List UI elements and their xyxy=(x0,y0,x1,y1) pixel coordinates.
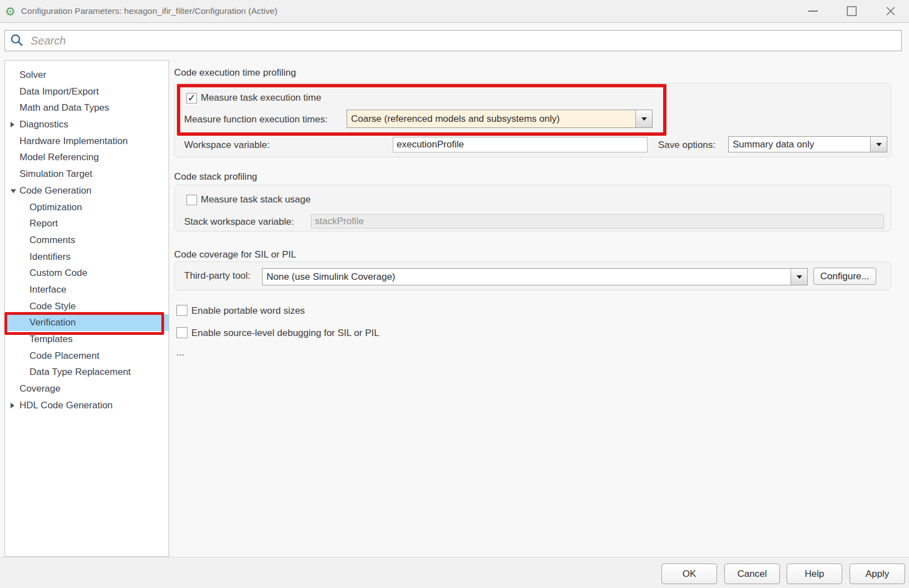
sidebar-item-code-style[interactable]: Code Style xyxy=(5,298,169,315)
section-title-code-execution-time-profiling: Code execution time profiling xyxy=(174,67,296,78)
sidebar-item-templates[interactable]: Templates xyxy=(5,331,169,348)
dropdown-arrow-icon[interactable] xyxy=(635,110,652,127)
sidebar-item-code-placement[interactable]: Code Placement xyxy=(5,348,169,364)
help-button[interactable]: Help xyxy=(787,564,842,584)
workspace-variable-input[interactable] xyxy=(393,137,648,152)
sidebar-item-identifiers[interactable]: Identifiers xyxy=(5,249,169,265)
sidebar-item-code-generation[interactable]: Code Generation xyxy=(5,182,169,199)
sidebar-item-simulation-target[interactable]: Simulation Target xyxy=(5,166,169,182)
sidebar-item-hardware-implementation[interactable]: Hardware Implementation xyxy=(5,133,169,150)
enable-source-level-debugging-checkbox[interactable] xyxy=(176,327,187,338)
dropdown-arrow-icon[interactable] xyxy=(870,137,887,152)
sidebar-item-verification[interactable]: Verification xyxy=(5,314,169,331)
third-party-tool-label: Third-party tool: xyxy=(184,270,250,281)
sidebar-item-custom-code[interactable]: Custom Code xyxy=(5,265,169,281)
sidebar-item-math-and-data-types[interactable]: Math and Data Types xyxy=(5,100,169,116)
close-icon xyxy=(886,6,896,16)
close-button[interactable] xyxy=(878,0,903,22)
measure-function-execution-times-dropdown[interactable]: Coarse (referenced models and subsystems… xyxy=(347,110,653,128)
enable-portable-word-sizes-label: Enable portable word sizes xyxy=(191,305,305,317)
sidebar-item-interface[interactable]: Interface xyxy=(5,281,169,298)
title-bar: ⚙ Configuration Parameters: hexagon_ifir… xyxy=(0,0,909,23)
search-input[interactable] xyxy=(29,32,901,50)
maximize-button[interactable] xyxy=(839,0,864,22)
configure-button[interactable]: Configure... xyxy=(813,268,876,285)
measure-task-stack-usage-label: Measure task stack usage xyxy=(201,194,310,205)
search-box[interactable] xyxy=(4,30,902,51)
third-party-tool-dropdown[interactable]: None (use Simulink Coverage) xyxy=(262,268,808,285)
sidebar-item-coverage[interactable]: Coverage xyxy=(5,381,169,397)
measure-function-execution-times-value: Coarse (referenced models and subsystems… xyxy=(347,110,635,127)
footer-bar: OK Cancel Help Apply xyxy=(0,557,909,588)
measure-task-stack-usage-checkbox[interactable] xyxy=(186,195,197,205)
simulink-gear-icon: ⚙ xyxy=(5,6,16,17)
save-options-label: Save options: xyxy=(658,140,715,151)
sidebar-item-data-import-export[interactable]: Data Import/Export xyxy=(5,83,169,100)
group-code-coverage: Third-party tool: None (use Simulink Cov… xyxy=(174,261,891,290)
save-options-dropdown[interactable]: Summary data only xyxy=(728,136,887,152)
sidebar-item-data-type-replacement[interactable]: Data Type Replacement xyxy=(5,364,169,381)
sidebar-item-hdl-code-generation[interactable]: HDL Code Generation xyxy=(5,397,169,414)
main-panel: Code execution time profiling Measure ta… xyxy=(174,60,909,557)
sidebar-item-solver[interactable]: Solver xyxy=(5,67,169,83)
enable-source-level-debugging-label: Enable source-level debugging for SIL or… xyxy=(191,328,379,339)
sidebar-item-diagnostics[interactable]: Diagnostics xyxy=(5,116,169,133)
ellipsis-text: ... xyxy=(176,347,184,358)
window-title: Configuration Parameters: hexagon_ifir_f… xyxy=(21,6,278,16)
save-options-value: Summary data only xyxy=(729,137,870,152)
sidebar-tree: Solver Data Import/Export Math and Data … xyxy=(4,60,169,557)
sidebar-item-report[interactable]: Report xyxy=(5,215,169,232)
section-title-code-coverage: Code coverage for SIL or PIL xyxy=(174,249,297,260)
enable-portable-word-sizes-checkbox[interactable] xyxy=(176,305,187,316)
sidebar-item-comments[interactable]: Comments xyxy=(5,232,169,249)
ok-button[interactable]: OK xyxy=(661,564,717,584)
search-icon xyxy=(10,33,24,48)
dropdown-arrow-icon[interactable] xyxy=(791,269,807,285)
stack-workspace-variable-input xyxy=(311,214,884,229)
maximize-icon xyxy=(847,6,857,16)
workspace-variable-label: Workspace variable: xyxy=(184,140,270,151)
group-code-execution-time-profiling: Measure task execution time Measure func… xyxy=(174,83,891,157)
minimize-button[interactable] xyxy=(800,0,826,22)
sidebar-item-model-referencing[interactable]: Model Referencing xyxy=(5,149,169,166)
minimize-icon xyxy=(808,11,818,12)
measure-function-execution-times-label: Measure function execution times: xyxy=(184,114,328,125)
collapsed-arrow-icon[interactable] xyxy=(11,122,14,127)
cancel-button[interactable]: Cancel xyxy=(724,564,780,584)
sidebar-item-optimization[interactable]: Optimization xyxy=(5,199,169,216)
section-title-code-stack-profiling: Code stack profiling xyxy=(174,171,257,182)
stack-workspace-variable-label: Stack workspace variable: xyxy=(184,216,294,228)
measure-task-execution-time-checkbox[interactable] xyxy=(186,93,197,103)
group-code-stack-profiling: Measure task stack usage Stack workspace… xyxy=(174,185,891,231)
measure-task-execution-time-label: Measure task execution time xyxy=(201,92,321,103)
third-party-tool-value: None (use Simulink Coverage) xyxy=(263,269,791,285)
collapsed-arrow-icon[interactable] xyxy=(11,403,14,408)
expanded-arrow-icon[interactable] xyxy=(11,189,16,193)
apply-button[interactable]: Apply xyxy=(849,564,905,584)
